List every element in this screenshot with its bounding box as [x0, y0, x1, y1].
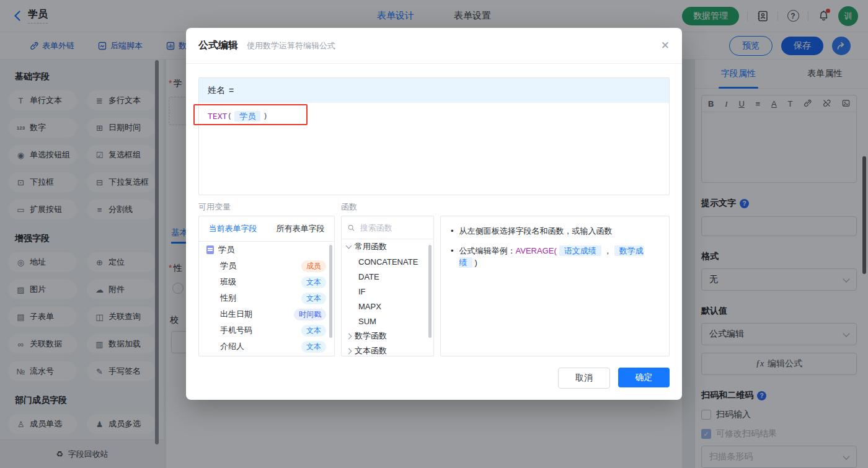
chevron-right-icon	[346, 348, 352, 354]
function-item-sum[interactable]: SUM	[342, 314, 433, 329]
function-group-text[interactable]: 文本函数	[342, 343, 433, 356]
variable-name: 出生日期	[220, 309, 252, 320]
formula-variable-chip[interactable]: 学员	[234, 111, 260, 121]
function-item-concatenate[interactable]: CONCATENATE	[342, 254, 433, 269]
variables-panel: 当前表单字段 所有表单字段 学员 学员 成员 班级 文本 性别 文本 出生日期 …	[198, 216, 335, 356]
variable-type-badge: 文本	[301, 325, 326, 337]
formula-paren-close: )	[263, 112, 268, 121]
formula-target-bar: 姓名 =	[199, 78, 669, 103]
formula-target-field: 姓名	[208, 85, 225, 96]
function-group-label: 常用函数	[355, 241, 387, 252]
function-item-mapx[interactable]: MAPX	[342, 299, 433, 314]
variable-row[interactable]: 出生日期 时间戳	[199, 306, 334, 322]
variable-type-badge: 时间戳	[294, 309, 326, 320]
variable-name: 学员	[220, 260, 236, 272]
variable-name: 班级	[220, 276, 236, 288]
variables-root-label: 学员	[218, 244, 234, 255]
modal-header: 公式编辑 使用数学运算符编辑公式 ✕	[186, 28, 682, 64]
function-group-label: 数学函数	[355, 330, 387, 342]
variable-name: 手机号码	[220, 325, 252, 336]
help-panel: • 从左侧面板选择字段名和函数，或输入函数 • 公式编辑举例：AVERAGE(语…	[440, 216, 670, 356]
variable-type-badge: 文本	[301, 293, 326, 304]
formula-input-area[interactable]: TEXT(学员)	[199, 103, 669, 195]
variable-row[interactable]: 手机号码 文本	[199, 322, 334, 338]
help-example-prefix: 公式编辑举例：	[459, 246, 516, 255]
variables-root-row[interactable]: 学员	[199, 242, 334, 258]
help-example-close: )	[475, 258, 477, 267]
help-example-comma: ，	[604, 246, 612, 255]
variables-scrollbar[interactable]	[329, 245, 332, 338]
variable-row[interactable]: 性别 文本	[199, 290, 334, 306]
formula-equals: =	[229, 86, 234, 95]
formula-editor[interactable]: 姓名 = TEXT(学员)	[198, 77, 670, 195]
variable-type-badge: 文本	[301, 276, 326, 288]
function-group-common[interactable]: 常用函数	[342, 239, 433, 254]
variable-row[interactable]: 班级 文本	[199, 274, 334, 290]
modal-title: 公式编辑	[198, 39, 238, 52]
confirm-button[interactable]: 确定	[618, 368, 670, 387]
variable-type-badge: 成员	[301, 260, 326, 272]
functions-label: 函数	[341, 201, 357, 213]
formula-paren-open: (	[227, 112, 232, 121]
formula-function-name: TEXT	[208, 112, 227, 121]
chevron-right-icon	[346, 333, 352, 339]
modal-subtitle: 使用数学运算符编辑公式	[247, 40, 335, 51]
close-icon[interactable]: ✕	[661, 39, 670, 52]
cancel-button[interactable]: 取消	[558, 368, 610, 389]
functions-panel: 常用函数 CONCATENATE DATE IF MAPX SUM 数学函数 文…	[341, 216, 434, 356]
chevron-down-icon	[346, 243, 352, 249]
help-example-arg1-chip: 语文成绩	[559, 245, 601, 256]
help-line-2: • 公式编辑举例：AVERAGE(语文成绩，数学成绩)	[451, 245, 659, 268]
formula-edit-modal: 公式编辑 使用数学运算符编辑公式 ✕ 姓名 = TEXT(学员) 可用变量 函数…	[186, 28, 682, 400]
help-text-1: 从左侧面板选择字段名和函数，或输入函数	[459, 225, 613, 237]
function-search	[342, 216, 433, 239]
bullet-icon: •	[451, 245, 454, 257]
function-item-if[interactable]: IF	[342, 284, 433, 299]
functions-scrollbar[interactable]	[428, 245, 432, 338]
function-search-input[interactable]	[359, 223, 427, 233]
search-icon	[348, 224, 355, 232]
variables-tabs: 当前表单字段 所有表单字段	[199, 216, 334, 242]
variable-name: 介绍人	[220, 341, 244, 352]
variable-name: 性别	[220, 293, 236, 304]
bullet-icon: •	[451, 225, 454, 237]
app-window: 学员 表单设计 表单设置 数据管理 ?	[0, 0, 868, 468]
function-item-date[interactable]: DATE	[342, 269, 433, 284]
help-line-1: • 从左侧面板选择字段名和函数，或输入函数	[451, 225, 659, 237]
variable-type-badge: 文本	[301, 341, 326, 353]
help-example-function: AVERAGE(	[516, 246, 557, 255]
function-group-label: 文本函数	[355, 345, 387, 356]
function-group-math[interactable]: 数学函数	[342, 329, 433, 343]
tab-all-form-fields[interactable]: 所有表单字段	[267, 216, 334, 241]
variable-row[interactable]: 学员 成员	[199, 258, 334, 274]
variables-label: 可用变量	[198, 201, 231, 213]
tab-current-form-fields[interactable]: 当前表单字段	[199, 216, 267, 241]
form-doc-icon	[206, 245, 214, 254]
help-text-2: 公式编辑举例：AVERAGE(语文成绩，数学成绩)	[459, 245, 659, 268]
variable-row[interactable]: 介绍人 文本	[199, 338, 334, 355]
